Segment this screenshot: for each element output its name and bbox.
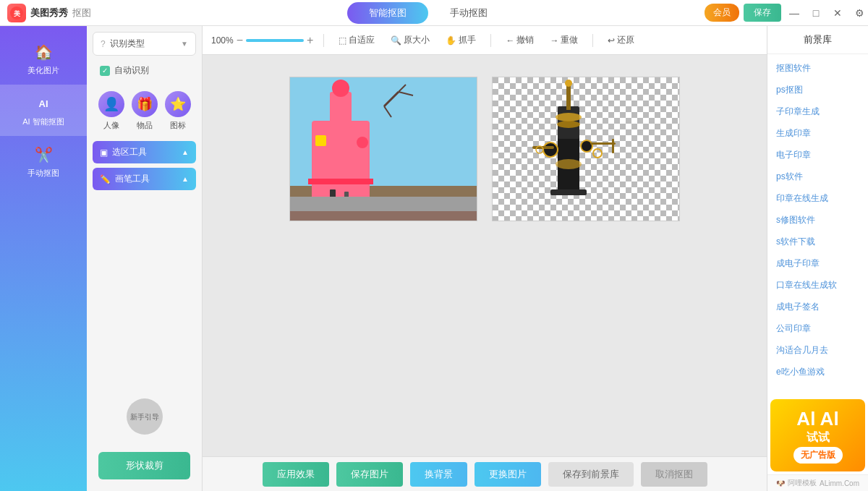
sidebar-item-manual-koutu[interactable]: ✂️ 手动抠图 bbox=[0, 136, 87, 187]
type-object[interactable]: 🎁 物品 bbox=[132, 91, 158, 131]
redo-label: 重做 bbox=[561, 34, 578, 46]
vip-button[interactable]: 会员 bbox=[705, 4, 739, 22]
redo-button[interactable]: → 重做 bbox=[545, 32, 582, 48]
svg-rect-9 bbox=[308, 179, 373, 184]
selection-tool-label: 选区工具 bbox=[112, 146, 147, 158]
sidebar-label-ai: AI 智能抠图 bbox=[22, 116, 64, 127]
fit-icon: ⬚ bbox=[339, 35, 346, 46]
save-image-button[interactable]: 保存图片 bbox=[336, 462, 403, 487]
swap-image-button[interactable]: 更换图片 bbox=[475, 462, 541, 487]
right-link-9[interactable]: 成电子印章 bbox=[767, 252, 868, 274]
tab-smart-koutu[interactable]: 智能抠图 bbox=[347, 2, 428, 24]
watermark-bar: 🐶 阿哩模板 ALimm.Com bbox=[767, 474, 868, 491]
right-link-2[interactable]: 子印章生成 bbox=[767, 101, 868, 122]
right-link-6[interactable]: 印章在线生成 bbox=[767, 187, 868, 209]
svg-rect-33 bbox=[590, 142, 616, 145]
portrait-icon: 👤 bbox=[98, 91, 124, 117]
right-panel: 前景库 抠图软件 ps抠图 子印章生成 生成印章 电子印章 ps软件 印章在线生… bbox=[767, 26, 868, 491]
result-image bbox=[492, 77, 680, 221]
selection-tool-btn[interactable]: ▣ 选区工具 ▲ bbox=[93, 141, 196, 163]
tool-panel: ? 识别类型 ▼ ✓ 自动识别 👤 人像 🎁 物品 ⭐ 图标 bbox=[87, 26, 203, 491]
maximize-button[interactable]: □ bbox=[807, 7, 825, 20]
svg-rect-28 bbox=[566, 85, 571, 110]
type-portrait-label: 人像 bbox=[103, 120, 119, 131]
fit-button[interactable]: ⬚ 自适应 bbox=[334, 32, 379, 48]
tab-group: 智能抠图 手动抠图 bbox=[152, 2, 705, 24]
right-link-13[interactable]: 沟适合几月去 bbox=[767, 339, 868, 361]
pen-icon: ✏️ bbox=[100, 174, 111, 184]
cancel-koutu-button[interactable]: 取消抠图 bbox=[641, 462, 707, 487]
svg-point-27 bbox=[557, 121, 580, 128]
right-link-1[interactable]: ps抠图 bbox=[767, 79, 868, 101]
recognize-type-btn[interactable]: ? 识别类型 ▼ bbox=[93, 32, 196, 56]
zoom-control: 100% − + bbox=[211, 34, 313, 47]
app-name: 美图秀秀 bbox=[30, 7, 68, 20]
apply-effect-button[interactable]: 应用效果 bbox=[263, 462, 329, 487]
svg-rect-34 bbox=[612, 139, 614, 153]
svg-point-8 bbox=[357, 137, 368, 148]
watermark-url: ALimm.Com bbox=[820, 479, 859, 487]
minimize-button[interactable]: — bbox=[786, 7, 803, 20]
svg-rect-7 bbox=[315, 135, 326, 146]
restore-label: 还原 bbox=[617, 34, 634, 46]
zoom-value: 100% bbox=[211, 35, 234, 46]
right-link-3[interactable]: 生成印章 bbox=[767, 122, 868, 144]
auto-recognize-checkbox[interactable]: ✓ bbox=[100, 66, 110, 76]
pen-tool-label: 画笔工具 bbox=[115, 173, 150, 185]
svg-rect-17 bbox=[290, 211, 477, 221]
title-bar-right: 会员 保存 — □ ✕ ⚙ bbox=[705, 4, 868, 22]
type-icon-label: 图标 bbox=[170, 120, 186, 131]
svg-point-29 bbox=[565, 80, 572, 87]
left-sidebar: 🏠 美化图片 AI AI 智能抠图 ✂️ 手动抠图 bbox=[0, 26, 87, 491]
grab-button[interactable]: ✋ 抓手 bbox=[441, 32, 480, 48]
original-image bbox=[289, 77, 477, 221]
undo-arrow-icon: ← bbox=[506, 35, 514, 46]
original-size-button[interactable]: 🔍 原大小 bbox=[386, 32, 434, 48]
restore-button[interactable]: ↩ 还原 bbox=[603, 32, 639, 48]
svg-rect-5 bbox=[330, 92, 352, 128]
change-bg-button[interactable]: 换背景 bbox=[410, 462, 467, 487]
ad-banner[interactable]: Al Al 试试 无广告版 bbox=[770, 399, 865, 471]
sidebar-item-ai-koutu[interactable]: AI AI 智能抠图 bbox=[0, 85, 87, 136]
question-icon: ? bbox=[101, 39, 106, 49]
type-object-label: 物品 bbox=[137, 120, 153, 131]
pen-tool-btn[interactable]: ✏️ 画笔工具 ▲ bbox=[93, 168, 196, 190]
save-button[interactable]: 保存 bbox=[744, 4, 781, 22]
right-link-11[interactable]: 成电子签名 bbox=[767, 296, 868, 317]
recognition-types: 👤 人像 🎁 物品 ⭐ 图标 bbox=[93, 85, 196, 137]
undo-button[interactable]: ← 撤销 bbox=[501, 32, 538, 48]
save-to-lib-button[interactable]: 保存到前景库 bbox=[548, 462, 634, 487]
right-link-10[interactable]: 口章在线生成软 bbox=[767, 274, 868, 296]
toolbar-sep-2 bbox=[490, 34, 491, 47]
zoom-plus-icon[interactable]: + bbox=[307, 34, 313, 47]
home-icon: 🏠 bbox=[33, 42, 54, 62]
type-portrait[interactable]: 👤 人像 bbox=[98, 91, 124, 131]
right-link-7[interactable]: s修图软件 bbox=[767, 209, 868, 231]
zoom-slider[interactable] bbox=[246, 39, 304, 42]
sidebar-label-beautify: 美化图片 bbox=[27, 65, 59, 76]
svg-rect-4 bbox=[312, 121, 370, 208]
right-link-8[interactable]: s软件下载 bbox=[767, 231, 868, 252]
right-link-4[interactable]: 电子印章 bbox=[767, 144, 868, 166]
tab-manual-koutu[interactable]: 手动抠图 bbox=[428, 2, 509, 24]
pen-arrow-icon: ▲ bbox=[182, 175, 189, 183]
right-link-0[interactable]: 抠图软件 bbox=[767, 57, 868, 79]
right-link-14[interactable]: e吃小鱼游戏 bbox=[767, 361, 868, 383]
type-icon[interactable]: ⭐ 图标 bbox=[165, 91, 191, 131]
close-button[interactable]: ✕ bbox=[829, 7, 846, 20]
logo-icon: 美 bbox=[7, 4, 26, 22]
settings-button[interactable]: ⚙ bbox=[851, 7, 868, 20]
sidebar-item-beautify[interactable]: 🏠 美化图片 bbox=[0, 33, 87, 85]
auto-recognize-row: ✓ 自动识别 bbox=[93, 60, 196, 81]
ad-try-text: 试试 bbox=[807, 430, 830, 445]
new-user-hint[interactable]: 新手引导 bbox=[127, 398, 163, 435]
right-panel-links: 抠图软件 ps抠图 子印章生成 生成印章 电子印章 ps软件 印章在线生成 s修… bbox=[767, 54, 868, 396]
zoom-minus-icon[interactable]: − bbox=[237, 34, 243, 47]
svg-point-31 bbox=[581, 140, 592, 152]
svg-point-30 bbox=[543, 142, 558, 157]
right-link-12[interactable]: 公司印章 bbox=[767, 317, 868, 339]
shape-cut-button[interactable]: 形状裁剪 bbox=[98, 452, 190, 479]
original-size-icon: 🔍 bbox=[391, 35, 401, 46]
right-link-5[interactable]: ps软件 bbox=[767, 166, 868, 187]
svg-rect-35 bbox=[550, 189, 587, 195]
